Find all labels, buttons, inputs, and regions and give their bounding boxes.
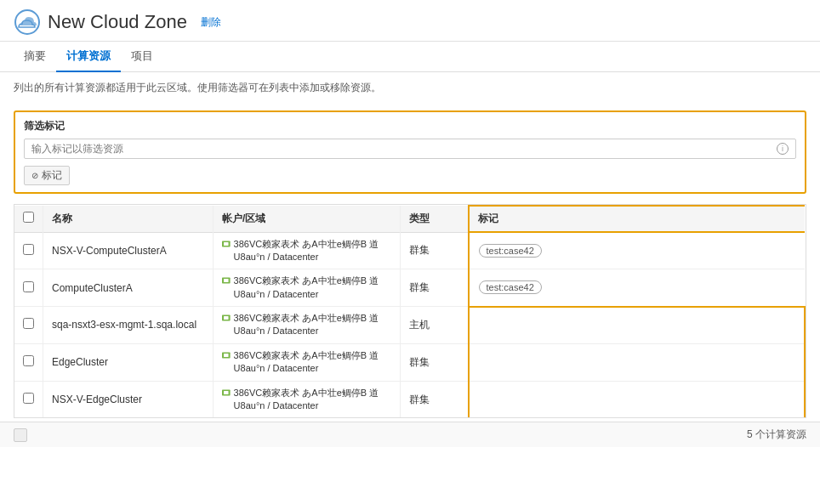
tag-badge: test:case42 — [479, 280, 542, 294]
account-text: 386VC赖家表术 あA中壮e鲷停B 道U8au°n / Datacenter — [234, 275, 391, 301]
th-name: 名称 — [43, 206, 214, 232]
row-name: sqa-nsxt3-esx-mgmt-1.sqa.local — [43, 307, 214, 344]
row-tags — [469, 381, 806, 417]
row-checkbox[interactable] — [23, 281, 34, 292]
row-tags: test:case42 — [469, 232, 806, 269]
account-text: 386VC赖家表术 あA中壮e鲷停B 道U8au°n / Datacenter — [234, 238, 391, 264]
filter-area: 筛选标记 i ⊘ 标记 — [14, 110, 806, 194]
account-icon — [222, 387, 231, 399]
row-account: 386VC赖家表术 あA中壮e鲷停B 道U8au°n / Datacenter — [214, 307, 401, 344]
row-account: 386VC赖家表术 あA中壮e鲷停B 道U8au°n / Datacenter — [214, 232, 401, 269]
th-tags: 标记 — [469, 206, 806, 232]
row-tags — [469, 307, 806, 344]
filter-label: 筛选标记 — [24, 119, 796, 133]
account-icon — [222, 349, 231, 361]
resource-count: 5 个计算资源 — [747, 428, 806, 442]
row-name: NSX-V-ComputeClusterA — [43, 232, 214, 269]
row-tags: test:case42 — [469, 269, 806, 307]
row-name: EdgeCluster — [43, 343, 214, 381]
svg-rect-2 — [224, 241, 228, 245]
table-row: sqa-nsxt3-esx-mgmt-1.sqa.local386VC赖家表术 … — [14, 307, 805, 344]
page-description: 列出的所有计算资源都适用于此云区域。使用筛选器可在列表中添加或移除资源。 — [0, 72, 820, 104]
account-icon — [222, 312, 231, 324]
row-type: 群集 — [401, 269, 469, 307]
svg-rect-10 — [224, 391, 228, 394]
row-type: 主机 — [401, 307, 469, 344]
svg-rect-4 — [224, 279, 228, 282]
row-account: 386VC赖家表术 あA中壮e鲷停B 道U8au°n / Datacenter — [214, 269, 401, 307]
th-account: 帐户/区域 — [214, 206, 401, 232]
info-icon[interactable]: i — [777, 143, 789, 155]
table-footer: 5 个计算资源 — [0, 422, 820, 447]
table-row: NSX-V-ComputeClusterA386VC赖家表术 あA中壮e鲷停B … — [14, 232, 805, 269]
tag-icon: ⊘ — [31, 171, 38, 180]
th-checkbox — [14, 206, 43, 232]
row-checkbox-cell — [14, 232, 43, 269]
footer-left — [14, 428, 27, 442]
table-row: EdgeCluster386VC赖家表术 あA中壮e鲷停B 道U8au°n / … — [14, 343, 805, 381]
row-checkbox[interactable] — [23, 393, 34, 404]
delete-button[interactable]: 删除 — [201, 15, 221, 30]
row-name: NSX-V-EdgeCluster — [43, 381, 214, 417]
row-name: ComputeClusterA — [43, 269, 214, 307]
svg-rect-8 — [224, 354, 228, 357]
account-text: 386VC赖家表术 あA中壮e鲷停B 道U8au°n / Datacenter — [234, 312, 391, 338]
row-type: 群集 — [401, 232, 469, 269]
tab-compute[interactable]: 计算资源 — [56, 42, 121, 72]
table-header-row: 名称 帐户/区域 类型 标记 — [14, 206, 805, 232]
row-checkbox[interactable] — [23, 318, 34, 329]
page-title: New Cloud Zone — [48, 11, 187, 33]
table-row: ComputeClusterA386VC赖家表术 あA中壮e鲷停B 道U8au°… — [14, 269, 805, 307]
filter-input[interactable] — [31, 143, 777, 155]
account-text: 386VC赖家表术 あA中壮e鲷停B 道U8au°n / Datacenter — [234, 349, 391, 376]
page-header: New Cloud Zone 删除 — [0, 0, 820, 42]
row-checkbox-cell — [14, 307, 43, 344]
compute-resources-table: 名称 帐户/区域 类型 标记 NSX-V-ComputeClusterA386V… — [14, 204, 806, 418]
tab-summary[interactable]: 摘要 — [14, 42, 56, 72]
filter-tag-button[interactable]: ⊘ 标记 — [24, 166, 70, 185]
account-icon — [222, 275, 231, 286]
row-type: 群集 — [401, 381, 469, 417]
row-checkbox-cell — [14, 381, 43, 417]
account-icon — [222, 238, 231, 250]
row-type: 群集 — [401, 343, 469, 381]
th-type: 类型 — [401, 206, 469, 232]
tag-badge: test:case42 — [479, 244, 542, 258]
row-checkbox-cell — [14, 343, 43, 381]
row-tags — [469, 343, 806, 381]
filter-input-row: i — [24, 139, 796, 159]
filter-tag-label: 标记 — [42, 168, 62, 183]
scroll-icon — [14, 428, 27, 442]
row-checkbox[interactable] — [23, 244, 34, 255]
tab-bar: 摘要 计算资源 项目 — [0, 42, 820, 72]
account-text: 386VC赖家表术 あA中壮e鲷停B 道U8au°n / Datacenter — [234, 387, 391, 413]
table-row: NSX-V-EdgeCluster386VC赖家表术 あA中壮e鲷停B 道U8a… — [14, 381, 805, 417]
row-checkbox[interactable] — [23, 355, 34, 366]
tab-projects[interactable]: 项目 — [121, 42, 163, 72]
row-account: 386VC赖家表术 あA中壮e鲷停B 道U8au°n / Datacenter — [214, 381, 401, 417]
cloud-zone-icon — [14, 8, 41, 36]
row-checkbox-cell — [14, 269, 43, 307]
select-all-checkbox[interactable] — [23, 212, 34, 223]
row-account: 386VC赖家表术 あA中壮e鲷停B 道U8au°n / Datacenter — [214, 343, 401, 381]
svg-rect-6 — [224, 316, 228, 320]
